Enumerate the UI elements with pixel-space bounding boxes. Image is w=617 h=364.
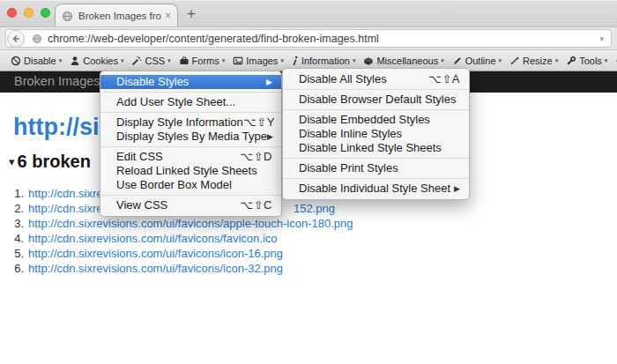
menu-item-label: Disable Print Styles bbox=[299, 161, 398, 175]
menu-item-label: Disable Individual Style Sheet bbox=[299, 182, 450, 196]
menu-separator bbox=[283, 178, 469, 179]
list-number: 2. bbox=[0, 202, 24, 215]
menu-item-disable-inline-styles[interactable]: Disable Inline Styles bbox=[283, 127, 469, 141]
tab-bar: Broken Images from http://s... × + bbox=[0, 0, 617, 26]
menu-separator bbox=[100, 195, 281, 196]
menu-item-disable-all-styles[interactable]: Disable All Styles ⌥⇧A bbox=[283, 72, 469, 86]
list-number: 1. bbox=[0, 187, 24, 200]
menu-item-label: Disable Embedded Styles bbox=[299, 113, 430, 127]
url-bar[interactable]: chrome://web-developer/content/generated… bbox=[5, 29, 612, 48]
menu-item-disable-embedded-styles[interactable]: Disable Embedded Styles bbox=[283, 113, 469, 127]
chevron-down-icon: ▾ bbox=[222, 57, 226, 64]
broken-count-text: 6 broken bbox=[18, 152, 91, 172]
menu-item-display-style-information[interactable]: Display Style Information ⌥⇧Y bbox=[100, 115, 281, 130]
browser-window: Broken Images from http://s... × + chrom… bbox=[0, 0, 617, 364]
menu-separator bbox=[283, 158, 469, 159]
css-menu: Disable Styles ▶ Add User Style Sheet...… bbox=[100, 71, 282, 217]
chevron-down-icon: ▾ bbox=[555, 57, 559, 64]
broken-image-link[interactable]: http://cdn.sixrevisions.com/ui/favicons/… bbox=[28, 262, 283, 275]
toolbar-menu-cookies[interactable]: Cookies ▾ bbox=[70, 56, 123, 66]
menu-item-disable-styles[interactable]: Disable Styles ▶ bbox=[100, 75, 281, 89]
broken-image-link[interactable]: http://cdn.sixre bbox=[28, 202, 103, 215]
list-number: 5. bbox=[0, 247, 24, 260]
menu-shortcut: ⌥⇧A bbox=[428, 72, 460, 86]
menu-separator bbox=[283, 89, 469, 90]
menu-item-add-user-style-sheet[interactable]: Add User Style Sheet... bbox=[100, 95, 281, 109]
minimize-window-button[interactable] bbox=[24, 8, 33, 18]
images-icon bbox=[233, 56, 243, 66]
menu-item-disable-print-styles[interactable]: Disable Print Styles bbox=[283, 161, 469, 175]
menu-item-label: Disable Inline Styles bbox=[299, 127, 402, 141]
list-item: 4. http://cdn.sixrevisions.com/ui/favico… bbox=[0, 231, 617, 246]
toolbar-menu-outline[interactable]: Outline ▾ bbox=[452, 56, 502, 66]
toolbar-menu-miscellaneous[interactable]: Miscellaneous ▾ bbox=[363, 56, 443, 66]
menu-item-label: Display Style Information bbox=[116, 115, 243, 130]
menu-shortcut: ⌥⇧C bbox=[240, 198, 272, 212]
menu-item-label: View CSS bbox=[116, 198, 167, 212]
menu-item-label: Disable Browser Default Styles bbox=[299, 93, 456, 107]
menu-item-display-styles-by-media-type[interactable]: Display Styles By Media Type ▶ bbox=[100, 130, 281, 144]
chevron-down-icon: ▾ bbox=[280, 57, 284, 64]
page-header-title: Broken Images bbox=[14, 74, 100, 88]
toolbar-menu-resize[interactable]: Resize ▾ bbox=[509, 56, 558, 66]
menu-item-reload-linked-style-sheets[interactable]: Reload Linked Style Sheets bbox=[100, 164, 281, 178]
toolbar-label: Disable bbox=[24, 56, 56, 66]
toolbar-menu-disable[interactable]: Disable ▾ bbox=[11, 56, 62, 66]
menu-item-edit-css[interactable]: Edit CSS ⌥⇧D bbox=[100, 150, 281, 164]
menu-item-label: Disable Styles bbox=[116, 75, 189, 89]
disable-styles-submenu: Disable All Styles ⌥⇧A Disable Browser D… bbox=[282, 68, 470, 200]
toolbar-menu-forms[interactable]: Forms ▾ bbox=[179, 56, 226, 66]
disclosure-triangle-icon[interactable]: ▾ bbox=[9, 155, 15, 168]
window-controls bbox=[7, 8, 50, 18]
broken-image-link[interactable]: http://cdn.sixrevisions.com/ui/favicons/… bbox=[28, 217, 353, 230]
toolbar-label: Tools bbox=[579, 56, 602, 66]
menu-shortcut: ⌥⇧D bbox=[240, 150, 272, 164]
broken-image-link[interactable]: http://cdn.sixrevisions.com/ui/favicons/… bbox=[28, 232, 278, 245]
menu-separator bbox=[100, 92, 281, 93]
cookies-icon bbox=[70, 56, 80, 66]
zoom-window-button[interactable] bbox=[41, 8, 50, 18]
toolbar-label: Forms bbox=[192, 56, 219, 66]
menu-item-view-css[interactable]: View CSS ⌥⇧C bbox=[100, 198, 281, 212]
menu-item-use-border-box-model[interactable]: Use Border Box Model bbox=[100, 178, 281, 192]
submenu-arrow-icon: ▶ bbox=[454, 182, 460, 196]
new-tab-button[interactable]: + bbox=[187, 5, 196, 23]
submenu-arrow-icon: ▶ bbox=[267, 130, 273, 144]
back-button[interactable] bbox=[7, 30, 25, 48]
toolbar-menu-tools[interactable]: Tools ▾ bbox=[566, 56, 607, 66]
disable-icon bbox=[11, 56, 21, 66]
tab-broken-images[interactable]: Broken Images from http://s... × bbox=[55, 4, 178, 27]
toolbar-menu-information[interactable]: Information ▾ bbox=[292, 56, 356, 66]
menu-separator bbox=[100, 112, 281, 113]
close-window-button[interactable] bbox=[7, 8, 17, 18]
menu-shortcut: ⌥⇧Y bbox=[243, 115, 275, 130]
toolbar-label: Resize bbox=[523, 56, 553, 66]
menu-item-label: Edit CSS bbox=[116, 150, 163, 164]
forms-icon bbox=[179, 56, 190, 66]
menu-item-label: Use Border Box Model bbox=[116, 178, 232, 192]
broken-image-link[interactable]: http://cdn.sixrevisions.com/ui/favicons/… bbox=[28, 247, 283, 260]
broken-image-link-fragment[interactable]: 152.png bbox=[294, 202, 335, 215]
toolbar-label: CSS bbox=[145, 56, 165, 66]
chevron-down-icon: ▾ bbox=[59, 57, 63, 64]
menu-item-disable-browser-default-styles[interactable]: Disable Browser Default Styles bbox=[283, 93, 469, 107]
url-input[interactable]: chrome://web-developer/content/generated… bbox=[48, 33, 599, 45]
chevron-down-icon: ▾ bbox=[121, 57, 124, 64]
list-number: 3. bbox=[0, 217, 24, 230]
tab-close-icon[interactable]: × bbox=[165, 10, 171, 22]
chevron-down-icon: ▾ bbox=[605, 57, 608, 64]
toolbar-menu-css[interactable]: CSS ▾ bbox=[131, 56, 170, 66]
submenu-arrow-icon: ▶ bbox=[266, 75, 272, 89]
url-dropdown-caret-icon[interactable]: ▾ bbox=[599, 34, 604, 43]
broken-image-link[interactable]: http://cdn.sixre bbox=[28, 187, 103, 200]
toolbar-label: Information bbox=[301, 56, 350, 66]
menu-item-label: Disable Linked Style Sheets bbox=[299, 141, 442, 155]
chevron-down-icon: ▾ bbox=[353, 57, 356, 64]
menu-item-disable-individual-style-sheet[interactable]: Disable Individual Style Sheet ▶ bbox=[283, 182, 469, 196]
toolbar-label: Miscellaneous bbox=[376, 56, 438, 66]
toolbar-label: Images bbox=[246, 56, 278, 66]
site-heading-link[interactable]: http://six bbox=[13, 114, 113, 141]
menu-item-disable-linked-style-sheets[interactable]: Disable Linked Style Sheets bbox=[283, 141, 469, 155]
toolbar-menu-images[interactable]: Images ▾ bbox=[233, 56, 284, 66]
menu-item-label: Reload Linked Style Sheets bbox=[116, 164, 257, 178]
